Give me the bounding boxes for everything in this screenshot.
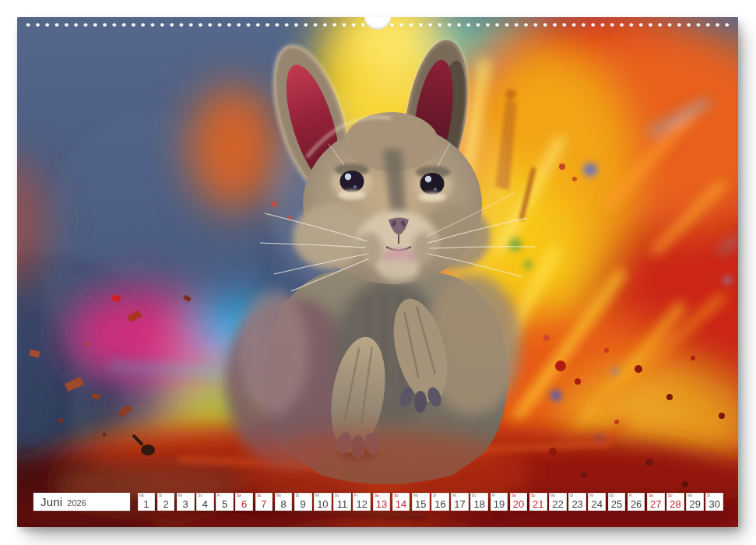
day-number: 3: [177, 499, 195, 509]
weekday-label: Do: [610, 494, 614, 498]
day-number: 29: [686, 499, 704, 509]
calendar-day-cell: Mi17: [451, 493, 469, 511]
calendar-day-cell: Mo15: [412, 493, 430, 511]
day-number: 10: [314, 499, 332, 509]
calendar-day-cell: Fr26: [628, 493, 645, 511]
day-number: 7: [255, 499, 273, 509]
calendar-day-cell: Mo1: [138, 493, 156, 511]
day-number: 25: [608, 499, 626, 509]
weekday-label: So: [531, 494, 536, 498]
calendar-day-cell: So21: [529, 493, 547, 511]
day-number: 21: [529, 499, 547, 509]
day-number: 16: [431, 499, 449, 509]
weekday-label: Di: [296, 494, 299, 498]
calendar-day-cell: Do25: [608, 493, 626, 511]
calendar-strip: Juni2026 Mo1Di2Mi3Do4Fr5Sa6So7Mo8Di9Mi10…: [33, 493, 723, 511]
weekday-label: Mi: [178, 494, 182, 498]
weekday-label: Di: [159, 494, 162, 498]
weekday-label: Mo: [413, 494, 418, 498]
weekday-label: Di: [707, 494, 710, 498]
weekday-label: Do: [335, 494, 339, 498]
weekday-label: Sa: [237, 494, 241, 498]
weekday-label: Sa: [374, 494, 379, 498]
weekday-label: Di: [570, 494, 573, 498]
calendar-day-cell: Sa13: [373, 493, 391, 511]
calendar-day-cell: Fr12: [353, 493, 371, 511]
day-number: 18: [470, 499, 488, 509]
day-number: 22: [549, 499, 567, 509]
calendar-day-cell: Mi10: [314, 493, 332, 511]
weekday-label: Fr: [217, 494, 220, 498]
day-number: 8: [275, 499, 293, 509]
day-number: 6: [235, 499, 253, 509]
calendar-day-cell: Do4: [196, 493, 214, 511]
day-number: 1: [138, 499, 156, 509]
calendar-day-cell: Fr5: [216, 493, 234, 511]
day-number: 5: [216, 499, 234, 509]
weekday-label: Do: [472, 494, 476, 498]
calendar-day-cell: Sa6: [235, 493, 253, 511]
weekday-label: So: [668, 494, 673, 498]
weekday-label: Sa: [649, 494, 653, 498]
calendar-day-cell: Sa27: [647, 493, 665, 511]
calendar-day-cell: Mi3: [177, 493, 195, 511]
day-number: 13: [373, 499, 391, 509]
calendar-day-cell: Mi24: [588, 493, 606, 511]
calendar-page: Juni2026 Mo1Di2Mi3Do4Fr5Sa6So7Mo8Di9Mi10…: [17, 17, 738, 527]
weekday-label: Mo: [687, 494, 692, 498]
calendar-day-cell: Do11: [333, 493, 351, 511]
calendar-day-cell: Fr19: [491, 493, 508, 511]
year-label: 2026: [67, 498, 86, 508]
day-number: 11: [333, 499, 351, 509]
calendar-day-cell: So7: [255, 493, 273, 511]
weekday-label: Fr: [629, 494, 632, 498]
calendar-day-cell: Mo22: [549, 493, 567, 511]
day-number: 4: [196, 499, 214, 509]
day-number: 2: [157, 499, 175, 509]
calendar-day-cell: So28: [666, 493, 684, 511]
weekday-label: Mo: [550, 494, 555, 498]
weekday-label: Mo: [276, 494, 281, 498]
calendar-day-cell: Di16: [431, 493, 449, 511]
calendar-day-cell: Mo8: [275, 493, 293, 511]
calendar-day-cell: Di23: [568, 493, 586, 511]
weekday-label: Fr: [354, 494, 357, 498]
calendar-photo-artwork: [17, 17, 738, 527]
calendar-day-cell: Do18: [470, 493, 488, 511]
day-number: 23: [568, 499, 586, 509]
day-number: 24: [588, 499, 606, 509]
weekday-label: Sa: [512, 494, 516, 498]
calendar-day-cell: Sa20: [510, 493, 528, 511]
weekday-label: Mi: [452, 494, 456, 498]
day-number: 27: [647, 499, 665, 509]
rabbit-paint-scene: [17, 17, 738, 527]
weekday-label: So: [257, 494, 262, 498]
day-number: 19: [491, 499, 508, 509]
day-number: 12: [353, 499, 371, 509]
weekday-label: Fr: [492, 494, 495, 498]
month-box: Juni2026: [33, 493, 130, 511]
calendar-day-cell: Di30: [705, 493, 723, 511]
weekday-label: Mi: [315, 494, 319, 498]
calendar-day-cell: So14: [392, 493, 410, 511]
day-number: 28: [666, 499, 684, 509]
day-number: 9: [294, 499, 312, 509]
day-number: 15: [412, 499, 430, 509]
weekday-label: Di: [433, 494, 436, 498]
weekday-label: So: [394, 494, 399, 498]
day-number: 30: [705, 499, 723, 509]
day-number: 20: [510, 499, 528, 509]
calendar-day-cell: Mo29: [686, 493, 704, 511]
weekday-label: Do: [198, 494, 202, 498]
calendar-day-cell: Di9: [294, 493, 312, 511]
weekday-label: Mo: [139, 494, 144, 498]
month-label: Juni: [40, 495, 62, 508]
weekday-label: Mi: [589, 494, 593, 498]
day-number: 14: [392, 499, 410, 509]
day-number: 26: [628, 499, 645, 509]
calendar-day-cell: Di2: [157, 493, 175, 511]
day-number: 17: [451, 499, 469, 509]
